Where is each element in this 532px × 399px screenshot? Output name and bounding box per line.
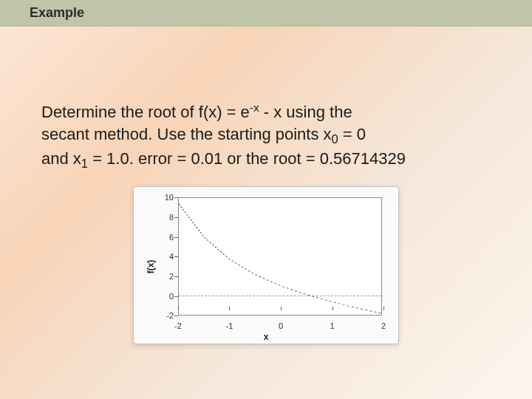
- zero-reference-line: [179, 296, 381, 296]
- text-segment: = 0: [338, 125, 366, 143]
- subscript: 0: [332, 132, 338, 146]
- text-segment: = 1.0. error = 0.01 or the root = 0.5671…: [88, 149, 406, 168]
- y-tick: 8: [141, 213, 174, 222]
- y-tick: 0: [141, 292, 174, 301]
- problem-statement: Determine the root of f(x) = e-x - x usi…: [41, 100, 491, 171]
- function-curve: [179, 204, 381, 313]
- text-segment: secant method. Use the starting points x: [41, 125, 332, 143]
- y-tick: 4: [141, 252, 174, 261]
- page-title: Example: [30, 5, 84, 21]
- y-tick: -2: [141, 311, 174, 320]
- x-tick: 1: [330, 321, 334, 330]
- content-area: Determine the root of f(x) = e-x - x usi…: [0, 27, 532, 344]
- superscript: -x: [250, 101, 259, 114]
- plot-area: [178, 197, 382, 316]
- curve-svg: [179, 198, 381, 315]
- y-tick: 6: [141, 233, 174, 242]
- x-tick: -2: [174, 321, 182, 330]
- title-bar: Example: [0, 0, 532, 27]
- x-tick: 0: [279, 321, 283, 330]
- y-tick: 2: [141, 272, 174, 281]
- text-segment: and x: [41, 149, 81, 168]
- x-tick: 2: [381, 321, 386, 330]
- x-axis-label: x: [264, 332, 269, 342]
- text-segment: Determine the root of f(x) = e: [41, 103, 250, 121]
- chart-container: f(x) x -20246810 -2-1012: [133, 186, 399, 344]
- x-tick: -1: [226, 321, 233, 330]
- y-tick: 10: [141, 193, 174, 202]
- chart-inner: f(x) x -20246810 -2-1012: [141, 193, 391, 341]
- subscript: 1: [81, 157, 88, 170]
- text-segment: - x using the: [259, 103, 352, 121]
